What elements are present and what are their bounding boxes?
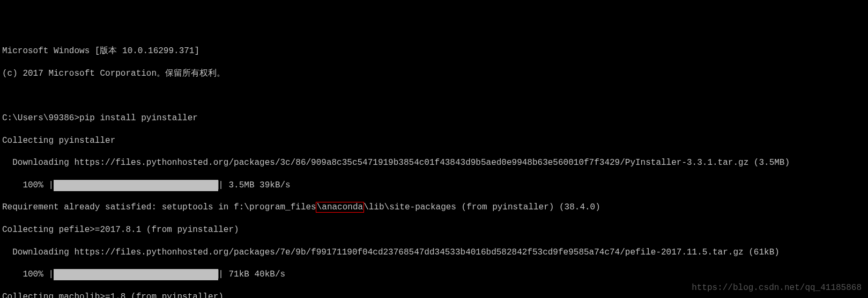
progress-pct: 100% |	[2, 270, 54, 279]
progress-bar: ████████████████████████████████	[54, 180, 218, 191]
req-text-post: \lib\site-packages (from pyinstaller) (3…	[363, 202, 600, 212]
progress-bar: ████████████████████████████████	[54, 269, 218, 280]
progress-stats: | 71kB 40kB/s	[218, 270, 285, 279]
output-line: Downloading https://files.pythonhosted.o…	[2, 157, 866, 169]
progress-line: 100% |████████████████████████████████| …	[2, 180, 866, 191]
progress-pct: 100% |	[2, 180, 54, 190]
output-line: Downloading https://files.pythonhosted.o…	[2, 247, 866, 258]
output-line: Collecting pyinstaller	[2, 135, 866, 147]
anaconda-highlight: \anaconda	[316, 202, 364, 213]
command-line[interactable]: C:\Users\99386>pip install pyinstaller	[2, 113, 866, 124]
watermark-text: https://blog.csdn.net/qq_41185868	[692, 282, 862, 294]
blank-line	[2, 90, 866, 101]
windows-version-line: Microsoft Windows [版本 10.0.16299.371]	[2, 46, 866, 57]
command-text: pip install pyinstaller	[79, 113, 198, 123]
prompt: C:\Users\99386>	[2, 113, 79, 123]
progress-line: 100% |████████████████████████████████| …	[2, 269, 866, 280]
output-line: Requirement already satisfied: setuptool…	[2, 202, 866, 213]
req-text-pre: Requirement already satisfied: setuptool…	[2, 202, 316, 212]
copyright-line: (c) 2017 Microsoft Corporation。保留所有权利。	[2, 68, 866, 79]
output-line: Collecting pefile>=2017.8.1 (from pyinst…	[2, 224, 866, 236]
progress-stats: | 3.5MB 39kB/s	[218, 180, 290, 190]
